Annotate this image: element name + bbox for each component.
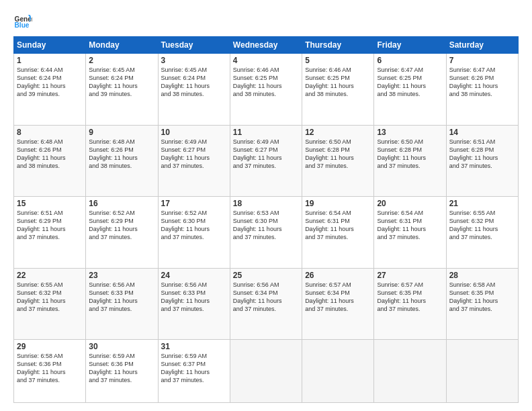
day-number: 31 xyxy=(161,342,227,351)
calendar-cell: 3 Sunrise: 6:45 AMSunset: 6:24 PMDayligh… xyxy=(158,54,230,126)
col-header-sunday: Sunday xyxy=(14,37,86,54)
cell-details: Sunrise: 6:47 AMSunset: 6:25 PMDaylight:… xyxy=(377,66,426,97)
day-number: 21 xyxy=(449,199,515,208)
calendar-cell: 24 Sunrise: 6:56 AMSunset: 6:33 PMDaylig… xyxy=(158,268,230,340)
calendar-cell xyxy=(302,340,374,403)
calendar-cell: 30 Sunrise: 6:59 AMSunset: 6:36 PMDaylig… xyxy=(86,340,158,403)
calendar-cell: 10 Sunrise: 6:49 AMSunset: 6:27 PMDaylig… xyxy=(158,125,230,197)
col-header-monday: Monday xyxy=(86,37,158,54)
cell-details: Sunrise: 6:53 AMSunset: 6:30 PMDaylight:… xyxy=(233,210,282,240)
day-number: 10 xyxy=(161,128,227,137)
day-number: 29 xyxy=(17,342,83,351)
calendar-cell: 23 Sunrise: 6:56 AMSunset: 6:33 PMDaylig… xyxy=(86,268,158,340)
day-number: 17 xyxy=(161,199,227,208)
day-number: 19 xyxy=(305,199,371,208)
calendar-cell: 31 Sunrise: 6:59 AMSunset: 6:37 PMDaylig… xyxy=(158,340,230,403)
cell-details: Sunrise: 6:54 AMSunset: 6:31 PMDaylight:… xyxy=(377,210,426,240)
col-header-thursday: Thursday xyxy=(302,37,374,54)
header: General Blue xyxy=(13,11,519,30)
day-number: 26 xyxy=(305,271,371,280)
calendar-cell xyxy=(374,340,446,403)
cell-details: Sunrise: 6:56 AMSunset: 6:33 PMDaylight:… xyxy=(161,281,210,312)
day-number: 28 xyxy=(449,271,515,280)
calendar-cell: 7 Sunrise: 6:47 AMSunset: 6:26 PMDayligh… xyxy=(446,54,518,126)
calendar-cell: 18 Sunrise: 6:53 AMSunset: 6:30 PMDaylig… xyxy=(230,197,302,269)
cell-details: Sunrise: 6:51 AMSunset: 6:28 PMDaylight:… xyxy=(449,138,498,169)
logo: General Blue xyxy=(13,11,35,30)
col-header-saturday: Saturday xyxy=(446,37,518,54)
day-number: 5 xyxy=(305,56,371,65)
day-number: 9 xyxy=(89,128,154,137)
week-row-1: 1 Sunrise: 6:44 AMSunset: 6:24 PMDayligh… xyxy=(14,54,519,126)
cell-details: Sunrise: 6:56 AMSunset: 6:33 PMDaylight:… xyxy=(89,281,138,312)
cell-details: Sunrise: 6:59 AMSunset: 6:36 PMDaylight:… xyxy=(89,353,138,383)
calendar-cell: 2 Sunrise: 6:45 AMSunset: 6:24 PMDayligh… xyxy=(86,54,158,126)
cell-details: Sunrise: 6:54 AMSunset: 6:31 PMDaylight:… xyxy=(305,210,354,240)
cell-details: Sunrise: 6:48 AMSunset: 6:26 PMDaylight:… xyxy=(89,138,138,169)
day-number: 22 xyxy=(17,271,83,280)
day-number: 1 xyxy=(17,56,83,65)
cell-details: Sunrise: 6:51 AMSunset: 6:29 PMDaylight:… xyxy=(17,210,66,240)
week-row-2: 8 Sunrise: 6:48 AMSunset: 6:26 PMDayligh… xyxy=(14,125,519,197)
calendar-cell: 11 Sunrise: 6:49 AMSunset: 6:27 PMDaylig… xyxy=(230,125,302,197)
calendar-cell: 29 Sunrise: 6:58 AMSunset: 6:36 PMDaylig… xyxy=(14,340,86,403)
calendar-cell: 28 Sunrise: 6:58 AMSunset: 6:35 PMDaylig… xyxy=(446,268,518,340)
day-number: 4 xyxy=(233,56,299,65)
cell-details: Sunrise: 6:52 AMSunset: 6:29 PMDaylight:… xyxy=(89,210,138,240)
cell-details: Sunrise: 6:49 AMSunset: 6:27 PMDaylight:… xyxy=(161,138,210,169)
day-number: 27 xyxy=(377,271,443,280)
page: General Blue SundayMondayTuesdayWednesda… xyxy=(0,0,532,411)
cell-details: Sunrise: 6:55 AMSunset: 6:32 PMDaylight:… xyxy=(17,281,66,312)
calendar-cell: 17 Sunrise: 6:52 AMSunset: 6:30 PMDaylig… xyxy=(158,197,230,269)
calendar-cell: 25 Sunrise: 6:56 AMSunset: 6:34 PMDaylig… xyxy=(230,268,302,340)
svg-text:Blue: Blue xyxy=(15,21,30,29)
day-number: 2 xyxy=(89,56,154,65)
cell-details: Sunrise: 6:44 AMSunset: 6:24 PMDaylight:… xyxy=(17,66,66,97)
day-number: 25 xyxy=(233,271,299,280)
calendar-cell: 21 Sunrise: 6:55 AMSunset: 6:32 PMDaylig… xyxy=(446,197,518,269)
cell-details: Sunrise: 6:59 AMSunset: 6:37 PMDaylight:… xyxy=(161,353,210,383)
week-row-3: 15 Sunrise: 6:51 AMSunset: 6:29 PMDaylig… xyxy=(14,197,519,269)
calendar-cell xyxy=(230,340,302,403)
calendar-cell: 12 Sunrise: 6:50 AMSunset: 6:28 PMDaylig… xyxy=(302,125,374,197)
day-number: 13 xyxy=(377,128,443,137)
calendar-cell: 26 Sunrise: 6:57 AMSunset: 6:34 PMDaylig… xyxy=(302,268,374,340)
day-number: 11 xyxy=(233,128,299,137)
day-number: 12 xyxy=(305,128,371,137)
header-row: SundayMondayTuesdayWednesdayThursdayFrid… xyxy=(14,37,519,54)
cell-details: Sunrise: 6:49 AMSunset: 6:27 PMDaylight:… xyxy=(233,138,282,169)
calendar-cell: 16 Sunrise: 6:52 AMSunset: 6:29 PMDaylig… xyxy=(86,197,158,269)
day-number: 24 xyxy=(161,271,227,280)
col-header-friday: Friday xyxy=(374,37,446,54)
calendar-cell: 15 Sunrise: 6:51 AMSunset: 6:29 PMDaylig… xyxy=(14,197,86,269)
day-number: 20 xyxy=(377,199,443,208)
cell-details: Sunrise: 6:47 AMSunset: 6:26 PMDaylight:… xyxy=(449,66,498,97)
calendar-cell: 4 Sunrise: 6:46 AMSunset: 6:25 PMDayligh… xyxy=(230,54,302,126)
week-row-5: 29 Sunrise: 6:58 AMSunset: 6:36 PMDaylig… xyxy=(14,340,519,403)
day-number: 8 xyxy=(17,128,83,137)
cell-details: Sunrise: 6:52 AMSunset: 6:30 PMDaylight:… xyxy=(161,210,210,240)
calendar-cell: 27 Sunrise: 6:57 AMSunset: 6:35 PMDaylig… xyxy=(374,268,446,340)
calendar-cell: 8 Sunrise: 6:48 AMSunset: 6:26 PMDayligh… xyxy=(14,125,86,197)
cell-details: Sunrise: 6:46 AMSunset: 6:25 PMDaylight:… xyxy=(305,66,354,97)
cell-details: Sunrise: 6:45 AMSunset: 6:24 PMDaylight:… xyxy=(89,66,138,97)
calendar-cell: 9 Sunrise: 6:48 AMSunset: 6:26 PMDayligh… xyxy=(86,125,158,197)
calendar-cell: 6 Sunrise: 6:47 AMSunset: 6:25 PMDayligh… xyxy=(374,54,446,126)
col-header-wednesday: Wednesday xyxy=(230,37,302,54)
calendar-cell: 20 Sunrise: 6:54 AMSunset: 6:31 PMDaylig… xyxy=(374,197,446,269)
day-number: 23 xyxy=(89,271,154,280)
day-number: 3 xyxy=(161,56,227,65)
cell-details: Sunrise: 6:56 AMSunset: 6:34 PMDaylight:… xyxy=(233,281,282,312)
cell-details: Sunrise: 6:55 AMSunset: 6:32 PMDaylight:… xyxy=(449,210,498,240)
cell-details: Sunrise: 6:58 AMSunset: 6:36 PMDaylight:… xyxy=(17,353,66,383)
cell-details: Sunrise: 6:57 AMSunset: 6:35 PMDaylight:… xyxy=(377,281,426,312)
day-number: 15 xyxy=(17,199,83,208)
calendar-cell xyxy=(446,340,518,403)
day-number: 14 xyxy=(449,128,515,137)
cell-details: Sunrise: 6:45 AMSunset: 6:24 PMDaylight:… xyxy=(161,66,210,97)
cell-details: Sunrise: 6:46 AMSunset: 6:25 PMDaylight:… xyxy=(233,66,282,97)
week-row-4: 22 Sunrise: 6:55 AMSunset: 6:32 PMDaylig… xyxy=(14,268,519,340)
calendar-table: SundayMondayTuesdayWednesdayThursdayFrid… xyxy=(13,36,519,403)
calendar-cell: 14 Sunrise: 6:51 AMSunset: 6:28 PMDaylig… xyxy=(446,125,518,197)
logo-icon: General Blue xyxy=(13,11,32,30)
